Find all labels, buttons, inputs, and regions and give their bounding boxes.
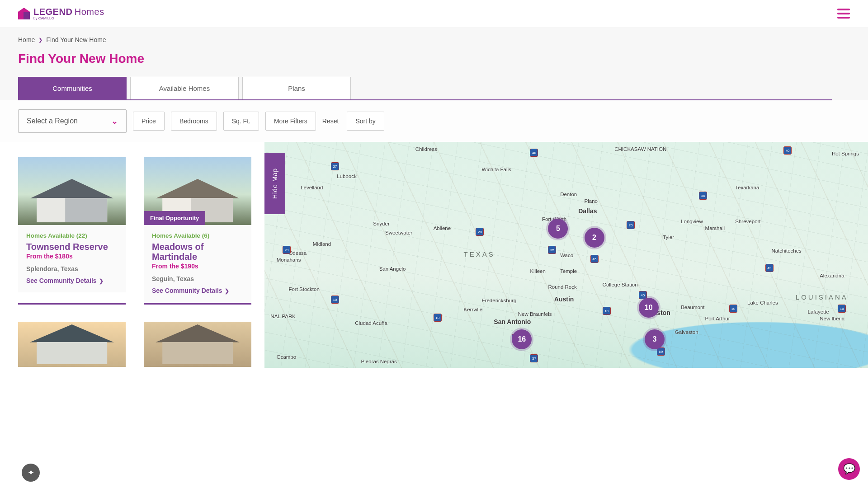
filter-price[interactable]: Price bbox=[133, 112, 165, 131]
sort-by[interactable]: Sort by bbox=[347, 112, 384, 131]
brand-logo[interactable]: LEGEND Homes by CAMILLO bbox=[18, 7, 104, 20]
city-label: Port Arthur bbox=[705, 316, 730, 321]
highway-shield-icon: 20 bbox=[283, 246, 291, 254]
city-label: Ocampo bbox=[277, 354, 296, 360]
community-photo bbox=[144, 322, 251, 367]
hide-map-toggle[interactable]: Hide Map bbox=[264, 153, 285, 214]
community-photo bbox=[18, 322, 126, 367]
price-line: From the $180s bbox=[26, 253, 118, 260]
community-card[interactable] bbox=[18, 322, 126, 368]
community-name: Townsend Reserve bbox=[26, 242, 118, 252]
breadcrumb-home[interactable]: Home bbox=[18, 36, 35, 43]
city-label: Tyler bbox=[663, 235, 674, 240]
tab-bar: Communities Available Homes Plans bbox=[18, 77, 850, 99]
city-label: Beaumont bbox=[681, 305, 704, 310]
chevron-down-icon: ⌄ bbox=[111, 116, 118, 126]
community-location: Seguin, Texas bbox=[152, 275, 243, 282]
community-name: Meadows of Martindale bbox=[152, 242, 243, 262]
city-label: Waco bbox=[560, 253, 573, 258]
city-label: Killeen bbox=[530, 268, 546, 274]
community-card[interactable]: Homes Available (22) Townsend Reserve Fr… bbox=[18, 157, 126, 305]
highway-shield-icon: 10 bbox=[434, 314, 442, 322]
city-label: Temple bbox=[560, 268, 577, 274]
map-cluster-marker[interactable]: 3 bbox=[645, 329, 665, 349]
map-cluster-marker[interactable]: 5 bbox=[548, 219, 568, 239]
chevron-right-icon: ❯ bbox=[38, 37, 42, 43]
homes-available-badge: Homes Available (6) bbox=[152, 232, 243, 239]
community-photo bbox=[18, 157, 126, 225]
city-label: San Antonio bbox=[494, 318, 531, 325]
breadcrumb: Home ❯ Find Your New Home bbox=[18, 36, 850, 43]
page-title: Find Your New Home bbox=[18, 52, 850, 66]
highway-shield-icon: 20 bbox=[627, 221, 635, 229]
highway-shield-icon: 20 bbox=[476, 228, 484, 236]
highway-shield-icon: 10 bbox=[838, 305, 846, 313]
city-label: Lake Charles bbox=[747, 300, 778, 305]
see-details-link[interactable]: See Community Details ❯ bbox=[26, 277, 118, 284]
city-label: Kerrville bbox=[464, 307, 483, 312]
city-label: Plano bbox=[585, 198, 598, 204]
city-label: San Angelo bbox=[379, 266, 406, 272]
highway-shield-icon: 30 bbox=[699, 192, 707, 200]
city-label: Hot Springs bbox=[832, 151, 859, 156]
highway-shield-icon: 49 bbox=[765, 264, 774, 272]
see-details-link[interactable]: See Community Details ❯ bbox=[152, 287, 243, 294]
city-label: Abilene bbox=[434, 225, 451, 231]
city-label: CHICKASAW NATION bbox=[614, 146, 666, 152]
city-label: Denton bbox=[560, 192, 577, 197]
city-label: Fort Stockton bbox=[288, 286, 319, 292]
map-cluster-marker[interactable]: 16 bbox=[512, 329, 532, 349]
filter-reset[interactable]: Reset bbox=[322, 117, 339, 125]
tab-communities[interactable]: Communities bbox=[18, 77, 127, 99]
main-split: Homes Available (22) Townsend Reserve Fr… bbox=[0, 142, 868, 368]
listings-grid: Homes Available (22) Townsend Reserve Fr… bbox=[0, 142, 264, 368]
city-label: Odessa bbox=[288, 250, 307, 256]
city-label: Sweetwater bbox=[385, 230, 412, 235]
community-location: Splendora, Texas bbox=[26, 265, 118, 272]
city-label: Fredericksburg bbox=[482, 298, 517, 303]
region-select[interactable]: Select a Region ⌄ bbox=[18, 109, 127, 133]
tab-plans[interactable]: Plans bbox=[242, 77, 351, 99]
city-label: Alexandria bbox=[820, 273, 844, 278]
map-cluster-marker[interactable]: 2 bbox=[585, 228, 604, 248]
breadcrumb-current: Find Your New Home bbox=[46, 36, 106, 43]
brand-main: LEGEND bbox=[33, 7, 72, 17]
community-card[interactable]: Final Opportunity Homes Available (6) Me… bbox=[144, 157, 251, 305]
highway-shield-icon: 27 bbox=[331, 162, 339, 170]
filter-bedrooms[interactable]: Bedrooms bbox=[171, 112, 217, 131]
city-label: Shreveport bbox=[735, 219, 760, 224]
homes-available-badge: Homes Available (22) bbox=[26, 232, 118, 239]
city-label: Lafayette bbox=[808, 309, 829, 314]
final-opportunity-badge: Final Opportunity bbox=[144, 211, 205, 225]
highway-shield-icon: 10 bbox=[729, 305, 737, 313]
city-label: Ciudad Acuña bbox=[355, 320, 387, 326]
city-label: Midland bbox=[313, 241, 331, 247]
city-label: NAL PARK bbox=[270, 314, 296, 319]
region-placeholder: Select a Region bbox=[27, 117, 78, 125]
map-panel: TEXASLOUISIANADallasAustinHoustonSan Ant… bbox=[264, 142, 868, 368]
community-card[interactable] bbox=[144, 322, 251, 368]
highway-shield-icon: 37 bbox=[530, 354, 538, 362]
brand-sub: Homes bbox=[75, 7, 104, 17]
highway-shield-icon: 45 bbox=[590, 255, 599, 263]
community-photo: Final Opportunity bbox=[144, 157, 251, 225]
city-label: Marshall bbox=[705, 225, 725, 231]
map-cluster-marker[interactable]: 10 bbox=[639, 298, 659, 318]
city-label: Round Rock bbox=[548, 284, 576, 290]
state-label: TEXAS bbox=[464, 250, 495, 258]
house-icon bbox=[18, 8, 30, 19]
city-label: Snyder bbox=[373, 221, 389, 226]
tab-available-homes[interactable]: Available Homes bbox=[130, 77, 239, 99]
map-canvas[interactable]: TEXASLOUISIANADallasAustinHoustonSan Ant… bbox=[264, 142, 868, 368]
highway-shield-icon: 10 bbox=[603, 307, 611, 315]
site-header: LEGEND Homes by CAMILLO bbox=[0, 0, 868, 27]
filter-more[interactable]: More Filters bbox=[265, 112, 316, 131]
hamburger-icon[interactable] bbox=[837, 9, 850, 19]
page-top: Home ❯ Find Your New Home Find Your New … bbox=[0, 27, 868, 100]
filter-sqft[interactable]: Sq. Ft. bbox=[223, 112, 259, 131]
city-label: New Braunfels bbox=[518, 311, 552, 317]
chevron-right-icon: ❯ bbox=[223, 288, 229, 294]
city-label: Lubbock bbox=[337, 174, 356, 179]
city-label: Longview bbox=[681, 219, 703, 224]
highway-shield-icon: 40 bbox=[530, 149, 538, 157]
